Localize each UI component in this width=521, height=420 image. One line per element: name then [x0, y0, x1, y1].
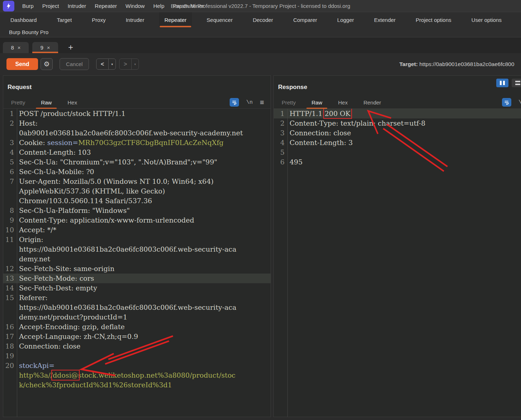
back-dropdown-icon[interactable]: ▾ [108, 59, 116, 69]
request-tab-pretty[interactable]: Pretty [11, 99, 25, 106]
request-editor[interactable]: 1POST /product/stock HTTP/1.12Host: 0ab9… [3, 109, 271, 417]
red-highlight-box: 200 OK [325, 109, 351, 117]
line-number: 6 [3, 167, 17, 177]
menu-repeater[interactable]: Repeater [95, 3, 117, 9]
cancel-button[interactable]: Cancel [60, 58, 89, 70]
close-icon[interactable]: × [18, 45, 21, 51]
history-back-button[interactable]: < ▾ [96, 59, 116, 70]
response-line-2[interactable]: 2Content-Type: text/plain; charset=utf-8 [274, 118, 521, 128]
line-content: POST /product/stock HTTP/1.1 [17, 109, 271, 118]
tab-dashboard[interactable]: Dashboard [5, 12, 42, 27]
tab-project-options[interactable]: Project options [410, 12, 457, 27]
line-number: 4 [3, 148, 17, 157]
response-tab-render[interactable]: Render [363, 99, 381, 106]
repeater-toolbar: Send ⚙ Cancel < ▾ > ▾ Target: https://0a… [0, 53, 521, 75]
request-line-16[interactable]: 16Accept-Encoding: gzip, deflate [3, 322, 271, 332]
response-line-3[interactable]: 3Connection: close [274, 128, 521, 138]
repeater-tab-strip: 8×9×+ [0, 38, 521, 53]
repeater-tab-9[interactable]: 9× [32, 42, 58, 53]
settings-gear-icon[interactable]: ⚙ [41, 58, 53, 70]
request-line-2[interactable]: 2Host: 0ab9001e03681ba2c0ae6fc8003c006f.… [3, 118, 271, 138]
rows-layout-icon[interactable] [512, 79, 521, 87]
request-line-11[interactable]: 11Origin: https://0ab9001e03681ba2c0ae6f… [3, 235, 271, 264]
line-content: stockApi= http%3a//ddosi@stock.weliketos… [17, 361, 271, 390]
request-line-14[interactable]: 14Sec-Fetch-Dest: empty [3, 283, 271, 293]
line-content: Sec-Ch-Ua-Platform: "Windows" [17, 206, 271, 215]
response-panel-title: Response [278, 84, 307, 91]
request-line-17[interactable]: 17Accept-Language: zh-CN,zh;q=0.9 [3, 332, 271, 341]
line-content: 495 [287, 157, 521, 167]
menu-burp[interactable]: Burp [22, 3, 34, 9]
response-tab-raw[interactable]: Raw [311, 99, 322, 106]
response-editor[interactable]: 1HTTP/1.1 200 OK2Content-Type: text/plai… [274, 109, 521, 417]
request-panel: Request PrettyRawHex \n ≡ 1POST /product… [3, 75, 271, 417]
secondary-tab-bar: Burp Bounty Pro [0, 27, 521, 37]
request-line-3[interactable]: 3Cookie: session=MRh70G3gzCTF8CbgBqnIF0L… [3, 138, 271, 148]
add-tab-button[interactable]: + [68, 44, 73, 51]
line-number: 16 [3, 322, 17, 332]
tab-proxy[interactable]: Proxy [86, 12, 111, 27]
columns-layout-icon[interactable] [496, 79, 508, 87]
request-line-12[interactable]: 12Sec-Fetch-Site: same-origin [3, 264, 271, 274]
line-content: Accept: */* [17, 225, 271, 235]
response-line-6[interactable]: 6495 [274, 157, 521, 167]
tab-user-options[interactable]: User options [466, 12, 507, 27]
request-line-5[interactable]: 5Sec-Ch-Ua: "Chromium";v="103", ".Not/A)… [3, 157, 271, 167]
request-line-8[interactable]: 8Sec-Ch-Ua-Platform: "Windows" [3, 206, 271, 215]
request-line-15[interactable]: 15Referer: https://0ab9001e03681ba2c0ae6… [3, 293, 271, 322]
line-content: Content-Type: application/x-www-form-url… [17, 215, 271, 225]
tab-repeater[interactable]: Repeater [159, 12, 192, 27]
editor-menu-icon[interactable]: ≡ [260, 98, 264, 107]
repeater-tab-label: 9 [40, 45, 43, 51]
response-tab-hex[interactable]: Hex [338, 99, 348, 106]
line-number: 18 [3, 341, 17, 351]
request-tab-hex[interactable]: Hex [67, 99, 77, 106]
request-line-10[interactable]: 10Accept: */* [3, 225, 271, 235]
response-line-5[interactable]: 5 [274, 148, 521, 157]
request-line-4[interactable]: 4Content-Length: 103 [3, 148, 271, 157]
request-line-9[interactable]: 9Content-Type: application/x-www-form-ur… [3, 215, 271, 225]
request-line-1[interactable]: 1POST /product/stock HTTP/1.1 [3, 109, 271, 118]
forward-arrow-icon[interactable]: > [119, 59, 131, 69]
tab-logger[interactable]: Logger [332, 12, 360, 27]
tab-intruder[interactable]: Intruder [120, 12, 150, 27]
close-icon[interactable]: × [47, 45, 50, 51]
tab-decoder[interactable]: Decoder [247, 12, 278, 27]
history-forward-button[interactable]: > ▾ [119, 59, 139, 70]
line-content: Origin: https://0ab9001e03681ba2c0ae6fc8… [17, 235, 271, 264]
tab-extender[interactable]: Extender [369, 12, 401, 27]
tab-burp-bounty-pro[interactable]: Burp Bounty Pro [9, 29, 48, 35]
word-wrap-icon[interactable] [230, 98, 239, 107]
menu-window[interactable]: Window [126, 3, 145, 9]
menu-help[interactable]: Help [153, 3, 164, 9]
response-tab-pretty[interactable]: Pretty [282, 99, 296, 106]
tab-sequencer[interactable]: Sequencer [201, 12, 238, 27]
word-wrap-icon[interactable] [502, 98, 511, 107]
line-content: Sec-Fetch-Mode: cors [17, 274, 271, 283]
request-line-13[interactable]: 13Sec-Fetch-Mode: cors [3, 274, 271, 283]
forward-dropdown-icon[interactable]: ▾ [131, 59, 139, 69]
repeater-tab-8[interactable]: 8× [3, 42, 29, 53]
menu-intruder[interactable]: Intruder [67, 3, 86, 9]
menu-project[interactable]: Project [42, 3, 59, 9]
response-line-1[interactable]: 1HTTP/1.1 200 OK [274, 109, 521, 118]
line-number: 5 [3, 157, 17, 167]
back-arrow-icon[interactable]: < [97, 59, 108, 69]
menu-param-miner[interactable]: Param Miner [173, 3, 204, 9]
tab-target[interactable]: Target [51, 12, 77, 27]
line-number: 5 [274, 148, 287, 157]
line-number: 4 [274, 138, 287, 148]
line-content: Host: 0ab9001e03681ba2c0ae6fc8003c006f.w… [17, 118, 271, 138]
response-line-4[interactable]: 4Content-Length: 3 [274, 138, 521, 148]
request-tab-raw[interactable]: Raw [41, 99, 52, 106]
request-line-19[interactable]: 19 [3, 351, 271, 361]
send-button[interactable]: Send [6, 58, 38, 70]
request-line-6[interactable]: 6Sec-Ch-Ua-Mobile: ?0 [3, 167, 271, 177]
request-line-7[interactable]: 7User-Agent: Mozilla/5.0 (Windows NT 10.… [3, 177, 271, 206]
show-newlines-icon[interactable]: \n [246, 99, 253, 106]
tab-comparer[interactable]: Comparer [288, 12, 323, 27]
request-line-20[interactable]: 20stockApi= http%3a//ddosi@stock.weliket… [3, 361, 271, 390]
show-newlines-icon[interactable]: \n [518, 99, 521, 106]
target-url-bar[interactable]: Target: https://0ab9001e03681ba2c0ae6fc8… [399, 61, 514, 67]
request-line-18[interactable]: 18Connection: close [3, 341, 271, 351]
